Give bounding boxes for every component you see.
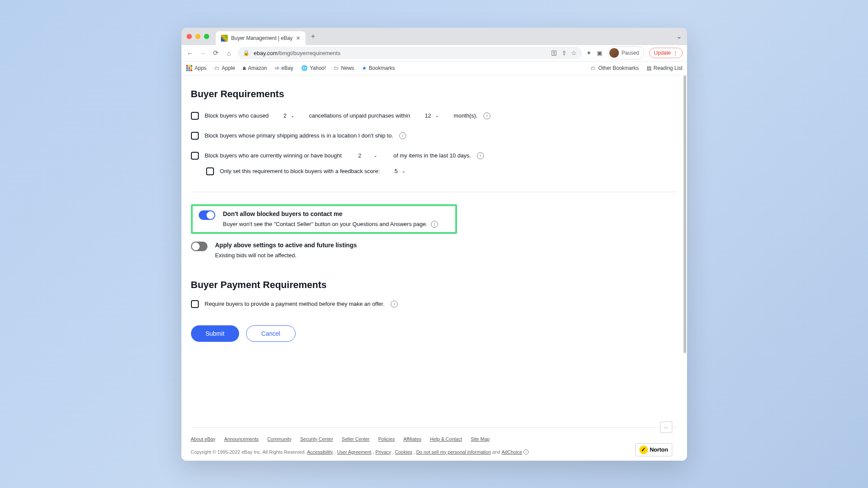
footer-link[interactable]: Policies <box>378 436 395 442</box>
chevron-down-icon: ⌄ <box>291 113 294 118</box>
norton-badge[interactable]: ✓ Norton <box>635 443 672 456</box>
star-icon: ★ <box>362 65 367 71</box>
forward-button[interactable]: → <box>199 49 207 57</box>
payment-method-row: Require buyers to provide a payment meth… <box>191 300 677 308</box>
sync-paused-label: Paused <box>621 50 639 56</box>
home-button[interactable]: ⌂ <box>225 49 233 57</box>
back-button[interactable]: ← <box>186 49 194 57</box>
browser-toolbar: ← → ⟳ ⌂ 🔒 ebay.com/bmgt/buyerrequirement… <box>181 45 687 62</box>
info-icon[interactable]: i <box>399 132 406 139</box>
feedback-checkbox[interactable] <box>206 167 214 175</box>
chevron-down-icon: ⌄ <box>435 113 439 118</box>
apple-bookmark[interactable]: 🗀Apple <box>214 65 235 71</box>
footer-link[interactable]: Affiliates <box>403 436 421 442</box>
traffic-lights <box>187 34 209 39</box>
bookmarks-bar: Apps 🗀Apple aAmazon ebeBay 🌐Yahoo! 🗀News… <box>181 62 687 75</box>
legal-link[interactable]: User Agreement <box>337 449 371 455</box>
chevron-down-icon: ⌄ <box>374 153 377 158</box>
scrollbar[interactable] <box>684 75 686 353</box>
other-bookmarks[interactable]: 🗀Other Bookmarks <box>591 65 638 71</box>
star-icon[interactable]: ☆ <box>571 49 577 56</box>
payment-checkbox[interactable] <box>191 300 199 308</box>
footer-link[interactable]: About eBay <box>191 436 216 442</box>
apps-bookmark[interactable]: Apps <box>186 65 207 72</box>
items-count-select[interactable]: 2⌄ <box>355 152 380 159</box>
folder-icon: 🗀 <box>591 65 596 71</box>
info-icon[interactable]: i <box>477 152 484 159</box>
key-icon[interactable]: ⚿ <box>551 49 557 56</box>
minimize-window-button[interactable] <box>195 34 201 39</box>
copyright: Copyright © 1995-2022 eBay Inc. All Righ… <box>191 449 677 455</box>
close-tab-button[interactable]: ✕ <box>296 35 300 41</box>
bookmarks-folder[interactable]: ★Bookmarks <box>362 65 395 71</box>
cancel-button[interactable]: Cancel <box>246 325 296 342</box>
info-icon[interactable]: i <box>483 112 490 119</box>
avatar-icon <box>609 48 619 58</box>
folder-icon: 🗀 <box>334 65 339 71</box>
info-icon[interactable]: i <box>391 301 398 308</box>
legal-link[interactable]: Do not sell my personal information <box>416 449 491 455</box>
reload-button[interactable]: ⟳ <box>212 49 220 57</box>
cancellations-checkbox[interactable] <box>191 112 199 120</box>
new-tab-button[interactable]: + <box>311 33 315 40</box>
feedback-score-select[interactable]: 5⌄ <box>391 168 409 174</box>
reading-list[interactable]: ▤Reading List <box>647 65 683 71</box>
footer-link[interactable]: Site Map <box>471 436 490 442</box>
block-winning-row: Block buyers who are currently winning o… <box>191 152 677 160</box>
address-bar[interactable]: 🔒 ebay.com/bmgt/buyerrequirements ⚿ ⇪ ☆ <box>238 47 582 59</box>
legal-link[interactable]: AdChoice <box>502 449 523 455</box>
divider <box>191 192 677 192</box>
apply-settings-toggle[interactable] <box>191 242 207 251</box>
tabs-dropdown-button[interactable]: ⌄ <box>676 32 682 40</box>
amazon-bookmark[interactable]: aAmazon <box>243 65 267 71</box>
block-contact-toggle[interactable] <box>199 210 215 220</box>
shipping-checkbox[interactable] <box>191 132 199 140</box>
url-text: ebay.com/bmgt/buyerrequirements <box>254 50 547 56</box>
footer-link[interactable]: Security Center <box>300 436 333 442</box>
close-window-button[interactable] <box>187 34 192 39</box>
submit-button[interactable]: Submit <box>191 325 240 342</box>
folder-icon: 🗀 <box>214 65 220 71</box>
footer-link[interactable]: Help & Contact <box>430 436 462 442</box>
update-button[interactable]: Update⋮ <box>649 48 683 58</box>
legal-link[interactable]: Accessibility <box>307 449 333 455</box>
info-icon[interactable]: i <box>523 449 529 455</box>
reading-list-icon: ▤ <box>647 65 651 71</box>
info-icon[interactable]: i <box>431 221 438 228</box>
apps-icon <box>186 65 192 71</box>
profile-button[interactable]: Paused <box>608 46 644 59</box>
news-bookmark[interactable]: 🗀News <box>334 65 354 71</box>
browser-tab[interactable]: Buyer Management | eBay ✕ <box>216 31 306 45</box>
footer-links: About eBay Announcements Community Secur… <box>191 436 677 442</box>
amazon-icon: a <box>243 65 246 71</box>
cancellations-count-select[interactable]: 2⌄ <box>280 112 298 119</box>
page-footer: ︿ About eBay Announcements Community Sec… <box>191 427 677 461</box>
lock-icon: 🔒 <box>243 50 250 56</box>
page-heading: Buyer Requirements <box>191 88 677 100</box>
winning-checkbox[interactable] <box>191 152 199 160</box>
payment-heading: Buyer Payment Requirements <box>191 279 677 291</box>
yahoo-bookmark[interactable]: 🌐Yahoo! <box>301 65 326 71</box>
months-select[interactable]: 12⌄ <box>421 112 442 119</box>
block-contact-desc: Buyer won't see the "Contact Seller" but… <box>223 221 427 227</box>
cast-icon[interactable]: ▣ <box>597 49 602 56</box>
share-icon[interactable]: ⇪ <box>562 49 567 56</box>
footer-link[interactable]: Community <box>267 436 292 442</box>
chevron-down-icon: ⌄ <box>402 169 405 174</box>
block-contact-highlight: Don't allow blocked buyers to contact me… <box>191 204 457 234</box>
footer-link[interactable]: Seller Center <box>342 436 369 442</box>
tab-title: Buyer Management | eBay <box>231 35 293 41</box>
ebay-bookmark[interactable]: ebeBay <box>275 65 293 71</box>
maximize-window-button[interactable] <box>204 34 209 39</box>
scroll-top-button[interactable]: ︿ <box>660 422 672 433</box>
apply-settings-desc: Existing bids will not be affected. <box>215 252 297 259</box>
ebay-icon: eb <box>275 66 279 70</box>
legal-link[interactable]: Privacy <box>375 449 391 455</box>
block-shipping-row: Block buyers whose primary shipping addr… <box>191 132 677 140</box>
extensions-icon[interactable]: ✦ <box>586 49 592 56</box>
legal-link[interactable]: Cookies <box>395 449 412 455</box>
apply-settings-section: Apply above settings to active and futur… <box>191 242 677 259</box>
footer-link[interactable]: Announcements <box>224 436 259 442</box>
feedback-score-row: Only set this requirement to block buyer… <box>191 167 677 175</box>
block-cancellations-row: Block buyers who caused 2⌄ cancellations… <box>191 112 677 120</box>
